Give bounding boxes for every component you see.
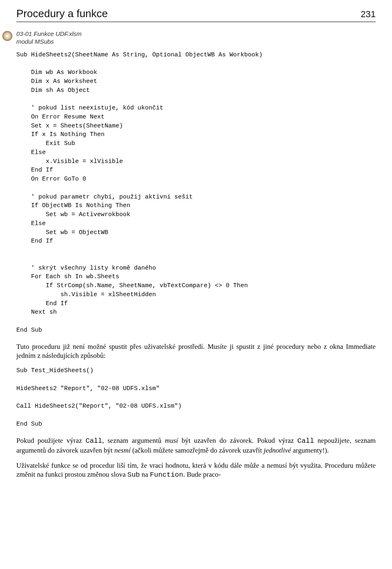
code-block-hidesheets2: Sub HideSheets2(SheetName As String, Opt… xyxy=(16,51,376,335)
page-header: Procedury a funkce 231 xyxy=(16,7,376,22)
file-source-meta: 03-01 Funkce UDF.xlsm modul MSubs xyxy=(2,30,376,46)
paragraph-call-rules: Pokud použijete výraz Call, seznam argum… xyxy=(16,436,376,455)
disc-icon xyxy=(2,30,13,43)
inline-code-function: Function xyxy=(150,471,183,479)
inline-code-sub: Sub xyxy=(127,471,140,479)
file-name: 03-01 Funkce UDF.xlsm xyxy=(16,30,82,38)
file-meta-text: 03-01 Funkce UDF.xlsm modul MSubs xyxy=(16,30,82,46)
paragraph-functions: Uživatelské funkce se od procedur liší t… xyxy=(16,461,376,480)
inline-code-call: Call xyxy=(85,437,102,445)
inline-code-call: Call xyxy=(297,437,314,445)
paragraph-intro-call: Tuto proceduru již není možné spustit př… xyxy=(16,342,376,361)
page-number: 231 xyxy=(361,9,376,20)
chapter-title: Procedury a funkce xyxy=(16,7,108,20)
emphasis-musi: musí xyxy=(165,437,178,444)
svg-point-1 xyxy=(6,35,9,38)
emphasis-jednotlive: jednotlivé xyxy=(264,446,291,454)
emphasis-nesmi: nesmí xyxy=(114,446,131,454)
module-name: modul MSubs xyxy=(16,38,82,46)
code-block-test-hidesheets: Sub Test_HideSheets() HideSheets2 "Repor… xyxy=(16,366,376,428)
